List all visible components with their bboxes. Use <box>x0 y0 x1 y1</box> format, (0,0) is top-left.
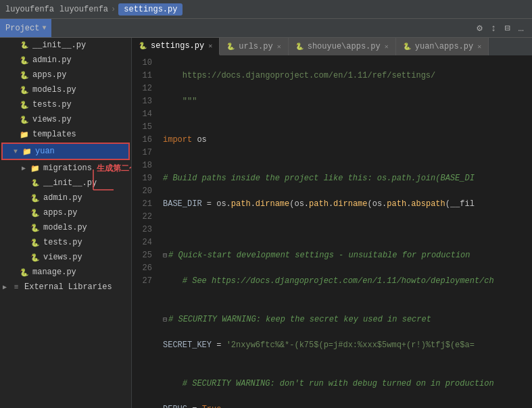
tree-item-tests-top[interactable]: 🐍 tests.py <box>0 97 131 112</box>
tree-label-yuan: yuan <box>35 147 55 156</box>
breadcrumb-file: settings.py <box>118 3 183 16</box>
tab-icon: 🐍 <box>295 43 304 51</box>
more-icon[interactable]: … <box>516 22 527 35</box>
tree-label: apps.py <box>32 70 66 80</box>
folder-icon: 📁 <box>19 129 30 140</box>
py-icon: 🐍 <box>30 237 41 248</box>
tree-label: __init__.py <box>43 178 97 188</box>
code-content: https://docs.djangoproject.com/en/1.11/r… <box>158 57 532 408</box>
tree-item-migrations[interactable]: ▶ 📁 migrations <box>0 161 131 176</box>
editor-area: 🐍 settings.py ✕ 🐍 urls.py ✕ 🐍 shouyue\ap… <box>132 38 532 408</box>
tree-label: tests.py <box>32 100 72 109</box>
py-icon: 🐍 <box>19 84 30 95</box>
tab-icon: 🐍 <box>226 43 235 51</box>
collapse-icon[interactable]: ⊟ <box>502 21 512 35</box>
tree-item-init-top[interactable]: 🐍 __init__.py <box>0 38 131 53</box>
tree-label: models.py <box>43 223 87 232</box>
toolbar-row: Project ▼ ⚙ ↕ ⊟ … <box>0 19 532 38</box>
tab-label: settings.py <box>151 41 204 51</box>
py-icon: 🐍 <box>19 267 30 278</box>
tab-label: shouyue\apps.py <box>308 42 381 51</box>
external-libraries-label: External Libraries <box>24 282 112 292</box>
tree-item-views-yuan[interactable]: 🐍 views.py <box>0 250 131 265</box>
tree-label: migrations <box>43 163 92 173</box>
folder-icon: 📁 <box>22 146 32 157</box>
expand-arrow: ▶ <box>3 283 11 291</box>
tab-urls[interactable]: 🐍 urls.py ✕ <box>220 38 288 55</box>
expand-arrow: ▶ <box>22 164 30 172</box>
tree-item-templates[interactable]: 📁 templates <box>0 127 131 142</box>
code-editor[interactable]: 10 11 12 13 14 15 16 17 18 19 20 21 22 2… <box>132 57 532 408</box>
tab-label: urls.py <box>239 42 272 51</box>
py-icon: 🐍 <box>19 55 30 66</box>
tree-item-yuan[interactable]: ▼ 📁 yuan <box>3 144 128 159</box>
py-icon: 🐍 <box>19 40 30 51</box>
tree-item-admin-top[interactable]: 🐍 admin.py <box>0 53 131 68</box>
chevron-down-icon: ▼ <box>42 24 46 32</box>
py-icon: 🐍 <box>19 70 30 80</box>
tab-close-icon[interactable]: ✕ <box>208 42 212 50</box>
tree-label: admin.py <box>32 55 72 65</box>
py-icon: 🐍 <box>30 222 41 233</box>
content-area: 🐍 __init__.py 🐍 admin.py 🐍 apps.py 🐍 mod… <box>0 38 532 408</box>
app-window: luyoufenfa luyoufenfa › settings.py Proj… <box>0 0 532 408</box>
expand-arrow: ▼ <box>14 148 22 155</box>
toolbar-icons: ⚙ ↕ ⊟ … <box>474 21 532 35</box>
tab-close-icon[interactable]: ✕ <box>385 43 389 51</box>
breadcrumb: luyoufenfa › settings.py <box>59 3 183 16</box>
tree-item-manage[interactable]: 🐍 manage.py <box>0 265 131 280</box>
tree-item-external[interactable]: ▶ ≡ External Libraries <box>0 280 131 295</box>
line-numbers: 10 11 12 13 14 15 16 17 18 19 20 21 22 2… <box>132 57 158 408</box>
tree-item-tests-yuan[interactable]: 🐍 tests.py <box>0 235 131 250</box>
tree-label: manage.py <box>32 267 76 277</box>
tree-item-init-yuan[interactable]: 🐍 __init__.py <box>0 176 131 190</box>
settings-icon[interactable]: ⚙ <box>474 21 485 35</box>
tab-icon: 🐍 <box>403 43 411 51</box>
breadcrumb-sep: › <box>111 5 116 14</box>
tree-label: templates <box>32 130 76 139</box>
tree-label: models.py <box>32 85 76 95</box>
tree-label: views.py <box>43 253 82 262</box>
tab-icon: 🐍 <box>139 42 147 50</box>
tree-item-apps-top[interactable]: 🐍 apps.py <box>0 68 131 82</box>
py-icon: 🐍 <box>30 178 41 188</box>
tab-shouyue-apps[interactable]: 🐍 shouyue\apps.py ✕ <box>289 38 396 55</box>
tree-item-apps-yuan[interactable]: 🐍 apps.py <box>0 205 131 220</box>
project-text: Project <box>5 24 39 33</box>
tree-item-models-top[interactable]: 🐍 models.py <box>0 82 131 97</box>
tree-label: apps.py <box>43 208 77 218</box>
title-bar: luyoufenfa luyoufenfa › settings.py <box>0 0 532 19</box>
library-icon: ≡ <box>11 282 22 292</box>
tab-settings[interactable]: 🐍 settings.py ✕ <box>132 38 220 55</box>
tab-close-icon[interactable]: ✕ <box>277 43 281 51</box>
tab-strip: 🐍 settings.py ✕ 🐍 urls.py ✕ 🐍 shouyue\ap… <box>132 38 532 57</box>
breadcrumb-folder: luyoufenfa <box>59 5 108 14</box>
app-name: luyoufenfa <box>5 5 54 14</box>
sidebar: 🐍 __init__.py 🐍 admin.py 🐍 apps.py 🐍 mod… <box>0 38 132 408</box>
py-icon: 🐍 <box>19 99 30 110</box>
py-icon: 🐍 <box>30 207 41 218</box>
project-label[interactable]: Project ▼ <box>0 19 51 37</box>
tree-item-views-top[interactable]: 🐍 views.py <box>0 112 131 127</box>
py-icon: 🐍 <box>30 193 41 203</box>
tab-label: yuan\apps.py <box>415 42 473 51</box>
tree-item-models-yuan[interactable]: 🐍 models.py <box>0 220 131 235</box>
folder-icon: 📁 <box>30 163 41 174</box>
py-icon: 🐍 <box>30 252 41 263</box>
tree-label: admin.py <box>43 193 82 203</box>
tab-close-icon[interactable]: ✕ <box>477 43 481 51</box>
tree-label: views.py <box>32 115 72 124</box>
tab-yuan-apps[interactable]: 🐍 yuan\apps.py ✕ <box>396 38 489 55</box>
tree-label: __init__.py <box>32 41 86 50</box>
tree-label: tests.py <box>43 238 82 247</box>
tree-item-admin-yuan[interactable]: 🐍 admin.py <box>0 190 131 205</box>
sort-icon[interactable]: ↕ <box>488 22 499 35</box>
py-icon: 🐍 <box>19 114 30 125</box>
